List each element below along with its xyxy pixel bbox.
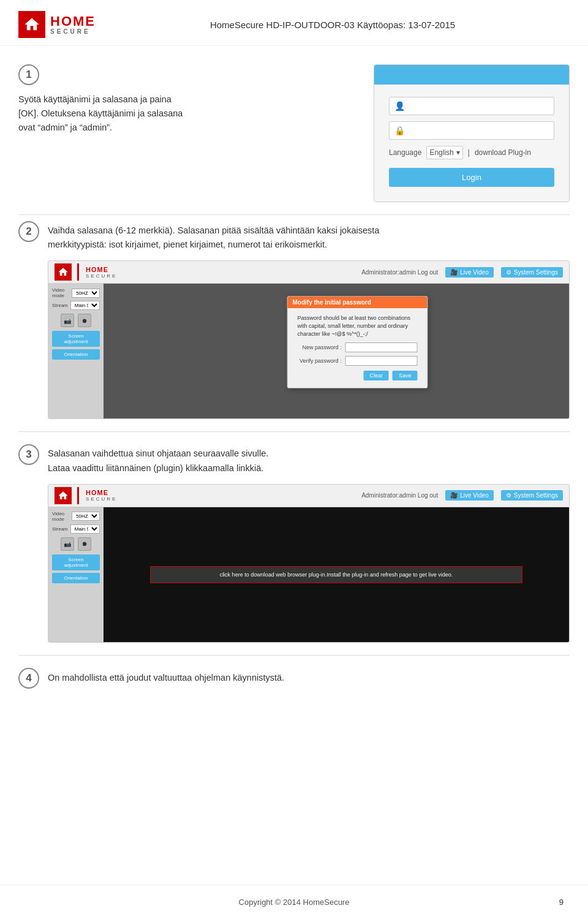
step3-header: 3 Salasanan vaihdettua sinut ohjataan se… (18, 444, 570, 475)
language-select[interactable]: English ▾ (426, 146, 462, 159)
page-header: HOME SECURE HomeSecure HD-IP-OUTDOOR-03 … (0, 0, 588, 46)
step2-circle: 2 (18, 221, 39, 242)
password-dialog: Modify the initial password Password sho… (287, 296, 428, 388)
password-input-display (410, 126, 549, 135)
cam2-stream-row: Stream Main Str (52, 301, 100, 310)
step3-circle: 3 (18, 444, 39, 465)
dialog-desc: Password should be at least two combinat… (298, 314, 418, 338)
step2-header: 2 Vaihda salasana (6-12 merkkiä). Salasa… (18, 221, 570, 252)
cam2-logo-icon (55, 263, 72, 281)
step2-screenshot: HOME SECURE Administrator:admin Log out … (48, 260, 570, 419)
cam2-camera-icon-btn[interactable]: 📷 (61, 314, 74, 327)
cam2-video-mode-select[interactable]: 50HZ (72, 289, 100, 298)
cam2-video-mode-row: Video mode 50HZ (52, 287, 100, 298)
cam2-orientation-btn[interactable]: Orientation (52, 349, 100, 360)
cam2-logo-home: HOME (86, 266, 117, 273)
username-input-display (410, 101, 549, 111)
cam2-sidebar: Video mode 50HZ Stream Main Str 📷 ⏺ Scre… (48, 284, 104, 418)
cam2-screen-adjustment-btn[interactable]: Screen adjustment (52, 331, 100, 347)
cam3-record-icon-btn[interactable]: ⏺ (78, 537, 91, 551)
verify-password-field: Verify password : (298, 356, 418, 366)
cam3-system-settings-btn[interactable]: ⚙ System Settings (501, 490, 563, 501)
step4-text: On mahdollista että joudut valtuuttaa oh… (48, 671, 284, 685)
step2-text: Vaihda salasana (6-12 merkkiä). Salasana… (48, 224, 379, 252)
cam2-logo-secure: SECURE (86, 273, 117, 279)
cam3-header: HOME SECURE Administrator:admin Log out … (48, 485, 569, 507)
cam3-main-area: click here to download web browser plug-… (104, 507, 569, 642)
username-field: 👤 (389, 97, 554, 115)
cam3-logo-bar (77, 487, 79, 504)
new-password-label: New password : (298, 344, 342, 350)
clear-button[interactable]: Clear (363, 371, 389, 380)
cam3-stream-label: Stream (52, 526, 68, 532)
cam2-stream-label: Stream (52, 303, 68, 308)
verify-password-input[interactable] (345, 356, 418, 366)
cam3-body: Video mode 50HZ Stream Main Str 📷 ⏺ Scre… (48, 507, 569, 642)
cam2-stream-select[interactable]: Main Str (70, 301, 100, 310)
lock-icon: 🔒 (394, 126, 405, 135)
cam3-live-video-btn[interactable]: 🎥 Live Video (445, 490, 494, 501)
step1-number: 1 (18, 64, 355, 85)
cam2-live-video-btn[interactable]: 🎥 Live Video (445, 267, 494, 278)
step3-text: Salasanan vaihdettua sinut ohjataan seur… (48, 447, 268, 475)
verify-password-label: Verify password : (298, 358, 342, 364)
logo-icon (18, 11, 45, 38)
cam3-stream-select[interactable]: Main Str (70, 524, 100, 534)
cam2-system-settings-btn[interactable]: ⚙ System Settings (501, 267, 563, 278)
cam2-admin-info: Administrator:admin Log out (361, 269, 438, 276)
camera-icon: 🎥 (450, 269, 458, 276)
cam2-video-mode-label: Video mode (52, 287, 69, 298)
header-title: HomeSecure HD-IP-OUTDOOR-03 Käyttöopas: … (96, 20, 570, 30)
login-topbar (374, 65, 569, 85)
cam3-home-icon (58, 490, 69, 501)
cam2-sidebar-icons: 📷 ⏺ (52, 314, 100, 327)
logo-text: HOME SECURE (50, 11, 96, 38)
step3-screenshot: HOME SECURE Administrator:admin Log out … (48, 484, 570, 643)
cam3-logo-secure: SECURE (86, 496, 117, 502)
divider-line: | (468, 148, 470, 157)
cam3-orientation-btn[interactable]: Orientation (52, 573, 100, 583)
cam2-logo: HOME SECURE (55, 263, 117, 281)
gear-icon: ⚙ (506, 269, 511, 276)
step2-section: 2 Vaihda salasana (6-12 merkkiä). Salasa… (0, 215, 588, 431)
language-row: Language English ▾ | download Plug-in (389, 146, 554, 159)
cam2-record-icon-btn[interactable]: ⏺ (78, 314, 91, 327)
language-label: Language (389, 148, 421, 157)
user-icon: 👤 (394, 101, 405, 111)
download-plugin-link[interactable]: download Plug-in (475, 148, 531, 157)
cam2-header: HOME SECURE Administrator:admin Log out … (48, 261, 569, 284)
login-body: 👤 🔒 Language English ▾ | download Pl (374, 85, 569, 202)
cam3-screen-adjustment-btn[interactable]: Screen adjustment (52, 554, 100, 570)
cam3-logo-home: HOME (86, 489, 117, 496)
camera3-icon: 🎥 (450, 492, 458, 499)
save-button[interactable]: Save (393, 371, 418, 380)
cam2-logo-bar (77, 263, 79, 281)
cam3-video-mode-select[interactable]: 50HZ (72, 512, 100, 521)
dialog-buttons: Clear Save (298, 371, 418, 380)
logo-home-text: HOME (50, 15, 96, 28)
cam3-video-mode-label: Video mode (52, 511, 69, 522)
page-number: 9 (559, 898, 564, 907)
cam3-nav: Administrator:admin Log out 🎥 Live Video… (361, 490, 563, 501)
language-value: English (429, 148, 453, 157)
cam3-sidebar: Video mode 50HZ Stream Main Str 📷 ⏺ Scre… (48, 507, 104, 642)
login-mockup: 👤 🔒 Language English ▾ | download Pl (374, 64, 570, 202)
login-button[interactable]: Login (389, 168, 554, 187)
home-svg-icon (23, 16, 40, 33)
cam2-body: Video mode 50HZ Stream Main Str 📷 ⏺ Scre… (48, 284, 569, 418)
cam2-main-area: Modify the initial password Password sho… (104, 284, 569, 418)
new-password-input[interactable] (345, 342, 418, 352)
cam2-logo-texts: HOME SECURE (86, 266, 117, 279)
cam3-admin-info: Administrator:admin Log out (361, 492, 438, 499)
step3-section: 3 Salasanan vaihdettua sinut ohjataan se… (0, 432, 588, 654)
plugin-download-banner[interactable]: click here to download web browser plug-… (150, 566, 522, 583)
cam3-stream-row: Stream Main Str (52, 524, 100, 534)
logo-secure-text: SECURE (50, 28, 96, 35)
page-footer: Copyright © 2014 HomeSecure 9 (0, 885, 588, 919)
step1-section: 1 Syötä käyttäjänimi ja salasana ja pain… (0, 46, 588, 214)
cam3-logo-texts: HOME SECURE (86, 489, 117, 502)
cam3-camera-icon-btn[interactable]: 📷 (61, 537, 74, 551)
step1-right: 👤 🔒 Language English ▾ | download Pl (374, 64, 570, 202)
new-password-field: New password : (298, 342, 418, 352)
copyright-text: Copyright © 2014 HomeSecure (239, 898, 350, 907)
